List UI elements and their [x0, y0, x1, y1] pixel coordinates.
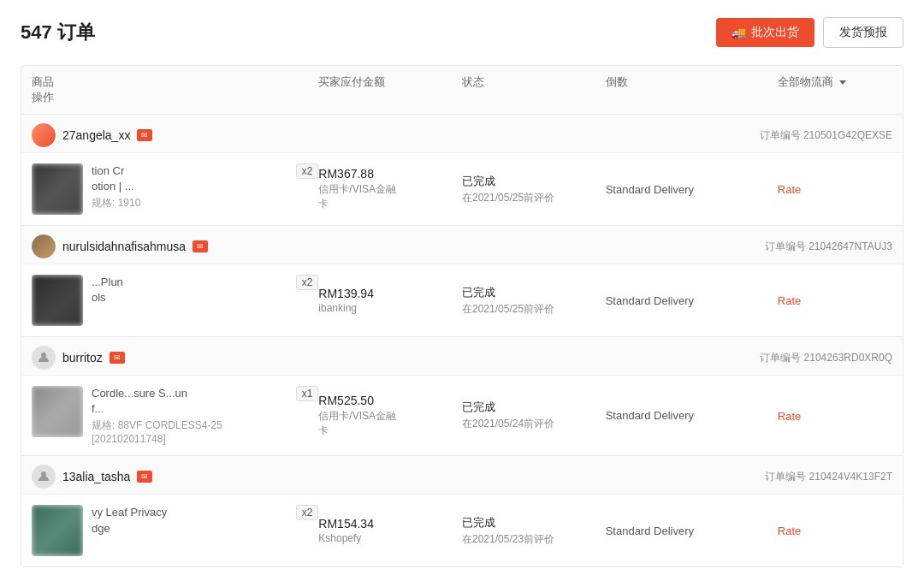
amount: RM525.50 — [318, 394, 462, 407]
order-id: 订单编号 2104263RD0XR0Q — [760, 351, 892, 365]
order-id: 订单编号 210424V4K13F2T — [765, 470, 892, 484]
status-date: 在2021/05/25前评价 — [462, 191, 606, 205]
product-cell: ...Plunols x2 — [32, 275, 318, 326]
status-text: 已完成 — [462, 174, 606, 189]
col-logistics[interactable]: 全部物流商 — [778, 74, 892, 90]
username: burritoz — [62, 351, 103, 365]
action-cell: Rate — [778, 409, 892, 423]
username: nurulsidahnafisahmusa — [62, 240, 186, 253]
avatar — [32, 234, 56, 258]
logistics-cell: Standard Delivery — [606, 409, 778, 422]
product-thumbnail — [32, 505, 83, 556]
message-icon[interactable]: ✉ — [137, 471, 152, 483]
page-title: 547 订单 — [21, 20, 95, 45]
payment-method: Kshopefy — [318, 532, 462, 544]
rate-link[interactable]: Rate — [778, 294, 801, 307]
user-info: burritoz ✉ — [32, 346, 125, 370]
product-info: Cordle...sure S...unf... 规格: 88VF CORDLE… — [92, 386, 287, 445]
logistics-cell: Standard Delivery — [606, 525, 778, 537]
amount: RM154.34 — [318, 517, 462, 531]
status-date: 在2021/05/24前评价 — [462, 417, 606, 431]
rate-link[interactable]: Rate — [778, 525, 801, 537]
status-text: 已完成 — [462, 515, 606, 531]
product-name: tion Crotion | ... — [92, 163, 280, 194]
status-date: 在2021/05/25前评价 — [462, 302, 606, 317]
quantity-badge: x2 — [296, 275, 319, 290]
message-icon[interactable]: ✉ — [137, 129, 152, 141]
product-name: vy Leaf Privacydge — [92, 505, 280, 536]
status-date: 在2021/05/23前评价 — [462, 532, 606, 547]
status-text: 已完成 — [462, 400, 606, 415]
product-thumbnail — [32, 163, 83, 215]
user-info: 13alia_tasha ✉ — [32, 465, 152, 489]
amount-cell: RM367.88 信用卡/VISA金融卡 — [318, 167, 462, 211]
page-header: 547 订单 🚚 批次出货 发货预报 — [21, 17, 903, 48]
username: 27angela_xx — [62, 128, 130, 142]
product-spec: 规格: 1910 — [92, 196, 287, 210]
product-cell: vy Leaf Privacydge x2 — [32, 505, 318, 556]
payment-method: 信用卡/VISA金融卡 — [318, 182, 462, 211]
order-user-row: 13alia_tasha ✉ 订单编号 210424V4K13F2T — [21, 456, 903, 495]
amount: RM139.94 — [318, 287, 462, 300]
rate-link[interactable]: Rate — [778, 410, 801, 423]
order-group: 13alia_tasha ✉ 订单编号 210424V4K13F2T vy Le… — [21, 456, 903, 566]
order-item-row: vy Leaf Privacydge x2 RM154.34 Kshopefy … — [21, 495, 903, 566]
logistics-sort-icon — [839, 80, 846, 85]
col-countdown: 倒数 — [606, 74, 778, 90]
amount: RM367.88 — [318, 167, 462, 181]
forecast-button[interactable]: 发货预报 — [823, 17, 903, 48]
user-info: nurulsidahnafisahmusa ✉ — [32, 234, 208, 258]
product-thumbnail — [32, 275, 83, 326]
avatar — [32, 123, 56, 147]
status-cell: 已完成 在2021/05/23前评价 — [462, 515, 606, 547]
quantity-badge: x2 — [296, 163, 319, 179]
payment-method: ibanking — [318, 302, 462, 314]
col-actions: 操作 — [32, 90, 318, 105]
product-info: ...Plunols — [92, 275, 287, 307]
order-user-row: burritoz ✉ 订单编号 2104263RD0XR0Q — [21, 337, 903, 376]
status-cell: 已完成 在2021/05/25前评价 — [462, 285, 606, 317]
quantity-badge: x2 — [296, 505, 319, 520]
status-text: 已完成 — [462, 285, 606, 300]
col-product: 商品 — [32, 74, 318, 90]
orders-list: 27angela_xx ✉ 订单编号 210501G42QEXSE tion C… — [21, 115, 903, 567]
username: 13alia_tasha — [62, 470, 130, 483]
logistics-cell: Standard Delivery — [606, 183, 778, 196]
order-user-row: nurulsidahnafisahmusa ✉ 订单编号 21042647NTA… — [21, 226, 903, 264]
action-cell: Rate — [778, 293, 892, 307]
action-cell: Rate — [778, 182, 892, 196]
batch-ship-button[interactable]: 🚚 批次出货 — [716, 18, 814, 47]
product-cell: Cordle...sure S...unf... 规格: 88VF CORDLE… — [32, 386, 318, 445]
user-info: 27angela_xx ✉ — [32, 123, 152, 147]
col-amount: 买家应付金额 — [318, 74, 462, 90]
amount-cell: RM525.50 信用卡/VISA金融卡 — [318, 394, 462, 438]
avatar — [32, 465, 56, 489]
amount-cell: RM154.34 Kshopefy — [318, 517, 462, 544]
product-info: vy Leaf Privacydge — [92, 505, 287, 537]
amount-cell: RM139.94 ibanking — [318, 287, 462, 314]
avatar — [32, 346, 56, 370]
product-name: ...Plunols — [92, 275, 280, 305]
status-cell: 已完成 在2021/05/24前评价 — [462, 400, 606, 431]
product-thumbnail — [32, 386, 83, 437]
order-id: 订单编号 210501G42QEXSE — [760, 128, 892, 143]
col-status: 状态 — [462, 74, 606, 90]
ship-icon: 🚚 — [732, 26, 746, 39]
table-header: 商品 买家应付金额 状态 倒数 全部物流商 操作 — [21, 65, 903, 115]
order-group: nurulsidahnafisahmusa ✉ 订单编号 21042647NTA… — [21, 226, 903, 337]
order-item-row: ...Plunols x2 RM139.94 ibanking 已完成 在202… — [21, 264, 903, 336]
order-group: 27angela_xx ✉ 订单编号 210501G42QEXSE tion C… — [21, 115, 903, 226]
header-actions: 🚚 批次出货 发货预报 — [716, 17, 903, 48]
quantity-badge: x1 — [296, 386, 319, 401]
product-spec: 规格: 88VF CORDLESS4-25 [202102011748] — [92, 418, 287, 445]
message-icon[interactable]: ✉ — [192, 240, 208, 252]
order-id: 订单编号 21042647NTAUJ3 — [765, 240, 892, 254]
rate-link[interactable]: Rate — [778, 183, 801, 196]
order-item-row: tion Crotion | ... 规格: 1910 x2 RM367.88 … — [21, 153, 903, 225]
message-icon[interactable]: ✉ — [110, 352, 125, 364]
order-group: burritoz ✉ 订单编号 2104263RD0XR0Q Cordle...… — [21, 337, 903, 456]
action-cell: Rate — [778, 524, 892, 537]
payment-method: 信用卡/VISA金融卡 — [318, 409, 462, 438]
status-cell: 已完成 在2021/05/25前评价 — [462, 174, 606, 205]
product-name: Cordle...sure S...unf... — [92, 386, 280, 417]
